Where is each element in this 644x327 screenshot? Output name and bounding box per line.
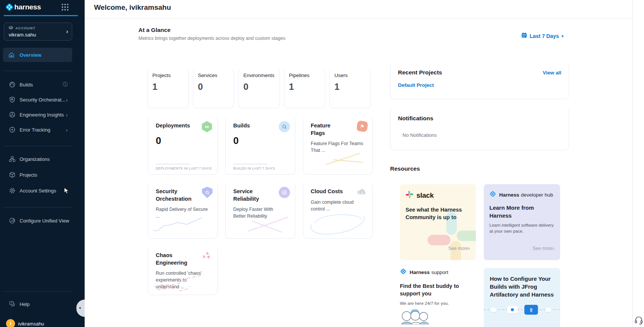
resource-card-support[interactable]: Harness support Find the Best buddy to s… bbox=[400, 268, 476, 326]
card-description: Rapid Delivery of Secure ... bbox=[156, 206, 208, 220]
brand-text: support bbox=[431, 269, 448, 275]
card-value: 0 bbox=[233, 135, 290, 147]
card-cloud-costs[interactable]: Cloud Costs $ Gain complete cloud contro… bbox=[303, 182, 373, 239]
card-title: Service Reliability bbox=[233, 188, 269, 203]
metric-projects[interactable]: Projects 1 bbox=[147, 68, 189, 108]
engineering-insights-icon bbox=[9, 112, 15, 118]
resource-card-slack[interactable]: slack See what the Harness Community is … bbox=[400, 184, 476, 260]
sidebar-item-engineering-insights[interactable]: Engineering Insights › bbox=[3, 107, 72, 122]
account-switcher[interactable]: ACCOUNT vikram.sahu › bbox=[4, 23, 72, 41]
chevron-right-icon: › bbox=[469, 246, 470, 251]
see-more-link[interactable]: See more› bbox=[448, 246, 470, 251]
sidebar-item-label: Configure Unified View bbox=[20, 218, 69, 224]
sidebar-item-label: Engineering Insights bbox=[20, 112, 64, 118]
chevron-left-icon: ◂ bbox=[79, 305, 81, 310]
chevron-right-icon: › bbox=[66, 112, 68, 118]
sidebar-item-label: Projects bbox=[20, 172, 37, 178]
card-description: Deploy Faster With Better Reliability bbox=[233, 206, 286, 220]
resource-card-developer-hub[interactable]: Harness developer hub Learn More from Ha… bbox=[484, 184, 560, 260]
chevron-right-icon: › bbox=[66, 127, 68, 133]
divider bbox=[3, 146, 72, 146]
sidebar-item-account-settings[interactable]: Account Settings bbox=[3, 183, 72, 198]
card-builds[interactable]: Builds 0 BUILDS IN LAST 7 DAYS bbox=[225, 117, 295, 175]
sidebar-item-label: Builds bbox=[20, 82, 33, 88]
info-icon[interactable]: ⓘ bbox=[63, 81, 68, 88]
card-description: Gain complete cloud control ... bbox=[311, 199, 363, 212]
resource-card-jfrog[interactable]: How to Configure Your Builds with JFrog … bbox=[484, 268, 560, 327]
metric-services[interactable]: Services 0 bbox=[193, 68, 234, 108]
support-people-illustration bbox=[400, 309, 434, 324]
metric-value: 1 bbox=[152, 82, 188, 92]
harness-logo-icon bbox=[489, 191, 496, 199]
divider bbox=[3, 291, 72, 292]
card-title: Security Orchestration bbox=[156, 188, 191, 203]
sidebar-item-error-tracking[interactable]: Error Tracking › bbox=[3, 123, 72, 137]
at-a-glance-header: At a Glance Metrics brings together depl… bbox=[138, 27, 285, 41]
sidebar-item-label: Security Orchestrat... bbox=[20, 97, 65, 103]
project-link[interactable]: Default Project bbox=[398, 82, 561, 88]
logo-row: harness bbox=[0, 0, 85, 15]
user-menu[interactable]: i ivikramsahu bbox=[3, 317, 78, 327]
harness-logo-icon[interactable] bbox=[5, 3, 14, 13]
headset-support-icon[interactable] bbox=[634, 316, 643, 326]
pipeline-node bbox=[491, 308, 497, 312]
metric-pipelines[interactable]: Pipelines 1 bbox=[284, 68, 325, 108]
section-subtitle: Metrics brings together deployments acro… bbox=[138, 36, 285, 41]
sidebar-item-builds[interactable]: Builds ⓘ bbox=[3, 77, 72, 92]
feature-flags-icon: ⚑ bbox=[356, 120, 368, 132]
brand-text-bold: Harness bbox=[410, 269, 430, 275]
sidebar-item-organizations[interactable]: Organizations bbox=[3, 152, 72, 166]
sidebar-item-projects[interactable]: Projects bbox=[3, 168, 72, 182]
logo-wordmark[interactable]: harness bbox=[14, 3, 41, 11]
resource-description: We are here 24/7 for you. bbox=[400, 300, 476, 306]
calendar-icon bbox=[521, 32, 527, 39]
wrench-icon bbox=[9, 218, 15, 224]
content-right-border bbox=[632, 0, 633, 327]
gear-icon bbox=[9, 188, 15, 194]
metric-value: 0 bbox=[243, 82, 279, 92]
security-orchestration-icon bbox=[202, 187, 213, 198]
sidebar-item-overview[interactable]: Overview bbox=[3, 48, 72, 62]
sidebar-item-security-orchestration[interactable]: Security Orchestrat... › bbox=[3, 92, 72, 107]
resource-headline: How to Configure Your Builds with JFrog … bbox=[490, 275, 554, 298]
sidebar-item-help[interactable]: ? Help bbox=[3, 297, 72, 311]
help-chat-icon: ? bbox=[9, 301, 15, 307]
metric-users[interactable]: Users 1 bbox=[330, 68, 371, 108]
deployments-icon: ∞ bbox=[201, 121, 213, 132]
metric-environments[interactable]: Environments 0 bbox=[238, 68, 280, 108]
metric-value: 0 bbox=[198, 82, 234, 92]
card-feature-flags[interactable]: Feature Flags ⚑ Feature Flags For Teams … bbox=[303, 117, 373, 175]
see-more-link[interactable]: See more› bbox=[533, 246, 554, 251]
chevron-right-icon: › bbox=[66, 28, 68, 35]
card-title: Feature Flags bbox=[311, 122, 346, 137]
resource-headline: Find the Best buddy to support you bbox=[400, 282, 476, 298]
card-title: Cloud Costs bbox=[311, 188, 346, 195]
slack-watermark-icon bbox=[425, 210, 476, 260]
metric-label: Pipelines bbox=[289, 73, 325, 78]
card-chaos-engineering[interactable]: Chaos Engineering Run controlled 'chaos'… bbox=[148, 246, 218, 295]
metric-value: 1 bbox=[334, 82, 371, 92]
sidebar-item-label: Organizations bbox=[20, 156, 50, 162]
card-service-reliability[interactable]: Service Reliability Deploy Faster With B… bbox=[225, 182, 295, 239]
sidebar-item-label: Overview bbox=[20, 52, 41, 58]
panel-title: Notifications bbox=[398, 115, 433, 122]
card-security-orchestration[interactable]: Security Orchestration Rapid Delivery of… bbox=[148, 182, 218, 239]
sidebar-item-configure-unified-view[interactable]: Configure Unified View bbox=[3, 213, 72, 228]
sidebar-item-label: Error Tracking bbox=[20, 127, 50, 133]
card-title: Chaos Engineering bbox=[156, 252, 191, 266]
card-deployments[interactable]: Deployments ∞ 0 DEPLOYMENTS IN LAST 7 DA… bbox=[148, 117, 218, 175]
card-footer: BUILDS IN LAST 7 DAYS bbox=[233, 164, 275, 170]
app-grid-icon[interactable] bbox=[62, 4, 68, 11]
resource-headline: Learn More from Harness bbox=[489, 204, 554, 220]
harness-dashboard: harness ACCOUNT vikram.sahu › Overview B… bbox=[0, 0, 644, 327]
slack-logo-icon bbox=[406, 191, 413, 200]
resources-title: Resources bbox=[390, 165, 420, 172]
organizations-icon bbox=[9, 156, 15, 162]
builds-icon bbox=[279, 121, 290, 132]
view-all-link[interactable]: View all bbox=[543, 70, 561, 76]
brand-text: developer hub bbox=[521, 192, 553, 198]
builds-icon bbox=[9, 82, 15, 88]
pipeline-node bbox=[507, 306, 518, 313]
card-description: Feature Flags For Teams That ... bbox=[311, 140, 363, 154]
date-range-picker[interactable]: Last 7 Days ▾ bbox=[521, 32, 564, 39]
